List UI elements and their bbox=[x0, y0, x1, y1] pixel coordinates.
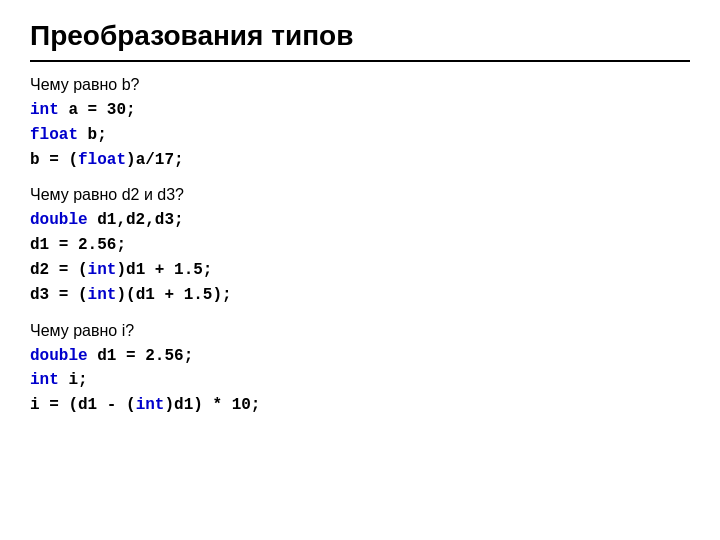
code-text: )(d1 + 1.5); bbox=[116, 286, 231, 304]
code-text: d3 = ( bbox=[30, 286, 88, 304]
code-text: d2 = ( bbox=[30, 261, 88, 279]
code-line: i = (d1 - (int)d1) * 10; bbox=[30, 393, 690, 418]
code-line: float b; bbox=[30, 123, 690, 148]
code-line: d1 = 2.56; bbox=[30, 233, 690, 258]
code-line: b = (float)a/17; bbox=[30, 148, 690, 173]
code-text: i; bbox=[59, 371, 88, 389]
question-1: Чему равно b? bbox=[30, 76, 690, 94]
code-text: d1 = 2.56; bbox=[30, 236, 126, 254]
keyword: float bbox=[78, 151, 126, 169]
code-text: b = ( bbox=[30, 151, 78, 169]
code-text: i = (d1 - ( bbox=[30, 396, 136, 414]
code-text: )d1) * 10; bbox=[164, 396, 260, 414]
code-text: )d1 + 1.5; bbox=[116, 261, 212, 279]
code-text: )a/17; bbox=[126, 151, 184, 169]
code-text: b; bbox=[78, 126, 107, 144]
keyword: double bbox=[30, 211, 88, 229]
page-container: Преобразования типов Чему равно b? int a… bbox=[0, 0, 720, 540]
keyword: int bbox=[30, 371, 59, 389]
code-block-2: double d1,d2,d3; d1 = 2.56; d2 = (int)d1… bbox=[30, 208, 690, 307]
code-text: d1,d2,d3; bbox=[88, 211, 184, 229]
code-block-1: int a = 30; float b; b = (float)a/17; bbox=[30, 98, 690, 172]
section-2: Чему равно d2 и d3? double d1,d2,d3; d1 … bbox=[30, 186, 690, 307]
keyword: int bbox=[88, 286, 117, 304]
code-line: d3 = (int)(d1 + 1.5); bbox=[30, 283, 690, 308]
keyword: float bbox=[30, 126, 78, 144]
question-2: Чему равно d2 и d3? bbox=[30, 186, 690, 204]
section-1: Чему равно b? int a = 30; float b; b = (… bbox=[30, 76, 690, 172]
keyword: int bbox=[136, 396, 165, 414]
keyword: int bbox=[30, 101, 59, 119]
code-line: int i; bbox=[30, 368, 690, 393]
keyword: double bbox=[30, 347, 88, 365]
code-block-3: double d1 = 2.56; int i; i = (d1 - (int)… bbox=[30, 344, 690, 418]
page-title: Преобразования типов bbox=[30, 20, 690, 62]
code-text: d1 = 2.56; bbox=[88, 347, 194, 365]
question-3: Чему равно i? bbox=[30, 322, 690, 340]
code-line: int a = 30; bbox=[30, 98, 690, 123]
code-line: double d1 = 2.56; bbox=[30, 344, 690, 369]
keyword: int bbox=[88, 261, 117, 279]
code-line: d2 = (int)d1 + 1.5; bbox=[30, 258, 690, 283]
code-text: a = 30; bbox=[59, 101, 136, 119]
content-area: Чему равно b? int a = 30; float b; b = (… bbox=[30, 76, 690, 418]
section-3: Чему равно i? double d1 = 2.56; int i; i… bbox=[30, 322, 690, 418]
code-line: double d1,d2,d3; bbox=[30, 208, 690, 233]
